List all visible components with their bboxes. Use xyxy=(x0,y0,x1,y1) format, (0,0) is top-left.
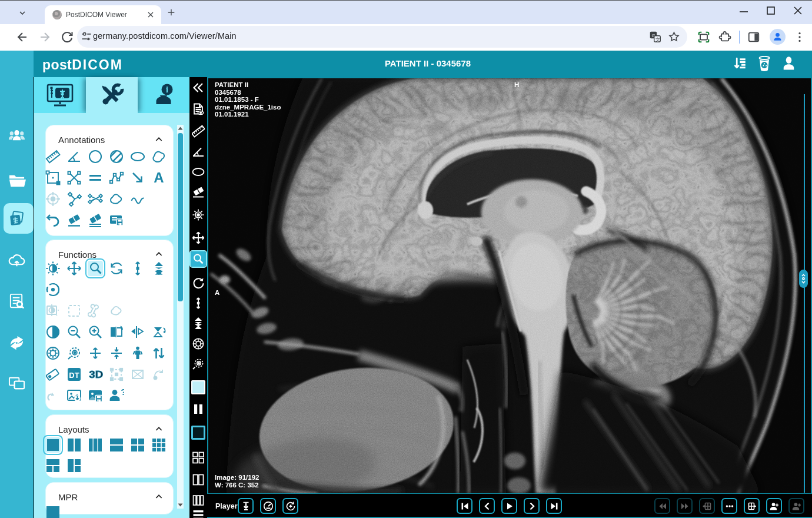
svg-text:文: 文 xyxy=(655,37,660,42)
svg-text:3D: 3D xyxy=(89,369,103,380)
svg-text:?: ? xyxy=(121,388,125,397)
svg-text:DT: DT xyxy=(69,371,79,380)
svg-text:i: i xyxy=(166,85,168,94)
svg-text:A: A xyxy=(154,170,164,185)
